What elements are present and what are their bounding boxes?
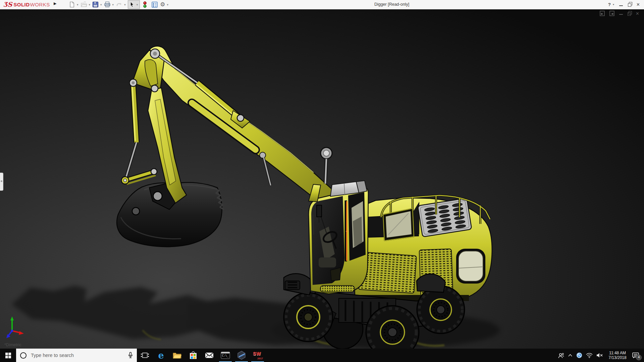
file-properties-button[interactable] xyxy=(151,1,158,9)
store-icon xyxy=(189,351,197,360)
taskbar-search[interactable] xyxy=(16,349,137,362)
taskbar-app-solidworks-hexagon[interactable] xyxy=(233,349,250,362)
brand-name-solid: SOLID xyxy=(13,2,30,7)
main-toolbar: ▾ ▾ ▾ xyxy=(69,0,170,9)
printer-icon xyxy=(104,1,111,8)
taskbar-app-edge[interactable]: e xyxy=(153,349,169,362)
notification-count-badge: 4 xyxy=(636,355,642,360)
save-floppy-icon xyxy=(92,1,99,8)
solidworks-resource-monitor-icon[interactable] xyxy=(576,352,582,358)
task-view-icon xyxy=(141,352,149,359)
select-cursor-icon xyxy=(129,1,135,8)
traffic-light-icon xyxy=(143,1,147,8)
select-dropdown[interactable]: ▾ xyxy=(137,3,138,6)
cortana-icon xyxy=(20,352,26,359)
save-dropdown[interactable]: ▾ xyxy=(100,3,102,6)
open-document-button[interactable] xyxy=(80,1,87,9)
options-button[interactable]: ⚙ xyxy=(160,1,165,9)
edge-icon: e xyxy=(158,351,164,360)
view-orientation-label: *Dimetric xyxy=(4,343,21,347)
featuremanager-collapsed-tab[interactable] xyxy=(0,173,3,191)
solidworks-screen: ƷS SOLID WORKS ▶ ▾ ▾ xyxy=(0,0,644,362)
solidworks-logo: ƷS SOLID WORKS xyxy=(3,0,50,9)
new-document-icon xyxy=(69,1,75,8)
restore-button[interactable] xyxy=(628,3,631,7)
mdi-new-window-icon[interactable] xyxy=(600,11,605,16)
taskbar-app-command-prompt[interactable]: C:\_ xyxy=(217,349,233,362)
windows-taskbar: e xyxy=(0,349,644,362)
menu-expand-arrow-icon[interactable]: ▶ xyxy=(54,1,56,6)
dassault-logo-mark: ƷS xyxy=(3,0,12,9)
undo-arrow-icon xyxy=(116,1,122,8)
document-title: Digger [Read-only] xyxy=(355,0,429,9)
help-button[interactable]: ? xyxy=(608,2,611,7)
volume-muted-icon[interactable] xyxy=(596,353,603,358)
rebuild-button[interactable] xyxy=(143,1,147,9)
digger-cab xyxy=(309,181,368,294)
options-dropdown[interactable]: ▾ xyxy=(167,3,168,6)
tray-clock[interactable]: 11:48 AM 7/13/2018 xyxy=(607,351,628,360)
taskbar-app-solidworks-2017[interactable]: SW 2017 xyxy=(250,349,266,362)
print-dropdown[interactable]: ▾ xyxy=(112,3,114,6)
title-bar: ƷS SOLID WORKS ▶ ▾ ▾ xyxy=(0,0,644,9)
wifi-icon[interactable] xyxy=(586,353,593,358)
undo-button[interactable] xyxy=(116,1,122,9)
mdi-restore-button[interactable] xyxy=(628,12,631,16)
command-prompt-icon: C:\_ xyxy=(221,351,230,360)
open-folder-icon xyxy=(80,1,87,8)
undo-dropdown[interactable]: ▾ xyxy=(124,3,126,6)
mdi-document-controls: ✕ xyxy=(600,11,639,16)
save-button[interactable] xyxy=(92,1,99,9)
select-tool-active-box: ▾ xyxy=(128,0,140,9)
file-explorer-icon xyxy=(173,352,181,359)
close-button[interactable]: ✕ xyxy=(636,2,640,7)
windows-logo-icon xyxy=(5,353,11,358)
model-canvas[interactable] xyxy=(0,9,644,349)
help-dropdown[interactable]: ▾ xyxy=(613,3,614,6)
mdi-window-icon[interactable] xyxy=(609,11,614,16)
mail-icon xyxy=(205,352,214,358)
mdi-minimize-button[interactable] xyxy=(619,14,623,15)
svg-text:C:\_: C:\_ xyxy=(222,354,228,357)
mdi-close-button[interactable]: ✕ xyxy=(636,11,639,16)
taskbar-app-store[interactable] xyxy=(185,349,201,362)
file-properties-icon xyxy=(151,1,158,8)
tray-date: 7/13/2018 xyxy=(608,355,626,360)
new-document-button[interactable] xyxy=(69,1,75,9)
taskbar-app-task-view[interactable] xyxy=(137,349,153,362)
system-tray: 11:48 AM 7/13/2018 4 xyxy=(558,349,644,362)
microphone-icon[interactable] xyxy=(128,352,133,359)
action-center-icon[interactable]: 4 xyxy=(632,352,639,359)
print-button[interactable] xyxy=(104,1,111,9)
window-controls: ? ▾ ✕ xyxy=(608,0,640,9)
start-button[interactable] xyxy=(0,349,16,362)
minimize-button[interactable] xyxy=(619,5,623,6)
people-icon[interactable] xyxy=(558,353,564,358)
select-tool-button[interactable] xyxy=(129,1,135,9)
taskbar-app-mail[interactable] xyxy=(201,349,217,362)
tray-time: 11:48 AM xyxy=(609,351,626,355)
brand-name-works: WORKS xyxy=(30,2,50,7)
chevron-up-icon[interactable] xyxy=(568,354,573,357)
deck-windshield xyxy=(383,208,414,241)
search-input[interactable] xyxy=(30,352,124,358)
hexagon-app-icon xyxy=(237,351,246,360)
gear-icon: ⚙ xyxy=(160,1,165,8)
taskbar-app-file-explorer[interactable] xyxy=(169,349,185,362)
graphics-viewport[interactable]: ✕ *Dimetric xyxy=(0,9,644,349)
new-dropdown[interactable]: ▾ xyxy=(77,3,78,6)
open-dropdown[interactable]: ▾ xyxy=(89,3,91,6)
solidworks-2017-icon: SW 2017 xyxy=(252,350,263,360)
featuremanager-tab-handle xyxy=(1,180,2,182)
